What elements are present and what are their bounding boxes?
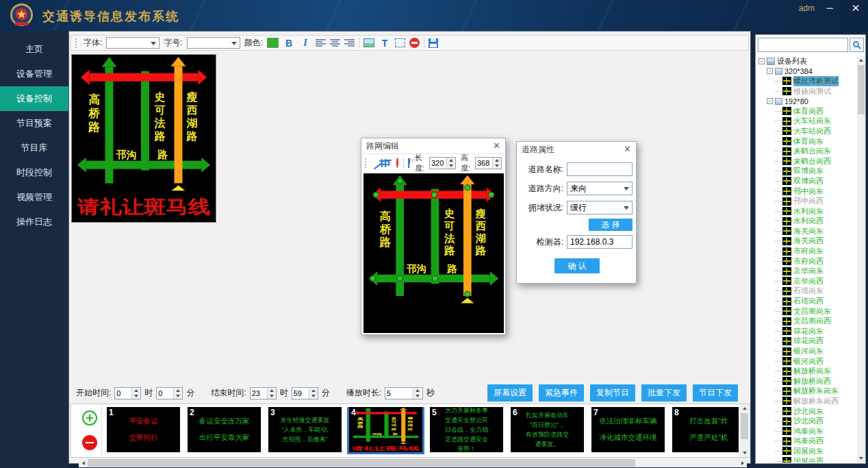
text-tool-icon[interactable]: T — [386, 158, 392, 168]
step-down-icon[interactable] — [309, 393, 318, 399]
device-tree-item[interactable]: 水利岗东 — [757, 206, 856, 217]
step-up-icon[interactable] — [174, 388, 182, 393]
font-family-select[interactable] — [106, 37, 159, 49]
length-input[interactable] — [430, 158, 446, 169]
duration-input[interactable] — [385, 388, 413, 399]
tree-group[interactable]: -192*80 — [757, 96, 856, 106]
collapse-icon[interactable]: - — [767, 98, 773, 104]
device-tree-item[interactable]: 鸿泰岗东 — [757, 426, 856, 436]
road-network-edit-canvas[interactable]: 高桥路史可法路瘦西湖路邗沟路 — [363, 173, 504, 333]
device-tree-item[interactable]: 邗中岗西 — [757, 196, 856, 206]
marquee-tool-icon[interactable] — [395, 38, 405, 47]
road-tool-icon[interactable] — [379, 158, 381, 168]
start-hour-input[interactable] — [115, 388, 131, 399]
delete-icon[interactable] — [409, 38, 420, 48]
device-tree-item[interactable]: 石塔岗西 — [757, 296, 856, 306]
save-icon[interactable] — [429, 38, 438, 48]
action-button[interactable]: 紧急事件 — [539, 384, 584, 402]
select-detector-button[interactable]: 选 择 — [589, 219, 633, 231]
step-down-icon[interactable] — [493, 163, 501, 169]
device-tree-item[interactable]: 体育岗西 — [757, 106, 856, 116]
align-left-icon[interactable] — [316, 38, 326, 47]
end-minute-input[interactable] — [292, 388, 309, 399]
step-up-icon[interactable] — [132, 388, 140, 393]
device-tree-item[interactable]: 沙北岗西 — [757, 416, 856, 426]
device-tree-item[interactable]: 文昌阁岗东 — [757, 306, 856, 317]
device-tree-item[interactable]: 来鹤台岗西 — [757, 156, 856, 167]
tree-group[interactable]: -320*384 — [757, 66, 856, 77]
device-tree-item[interactable]: 市府岗西 — [757, 256, 856, 267]
collapse-icon[interactable]: - — [758, 58, 765, 64]
scroll-up-icon[interactable] — [857, 56, 865, 64]
font-size-select[interactable] — [187, 37, 240, 49]
step-up-icon[interactable] — [447, 158, 455, 163]
action-button[interactable]: 复制节目 — [590, 384, 635, 402]
program-thumbnail[interactable]: 6扎实开展电动车“百日整治”，有效预防道路交通事故。 — [511, 407, 584, 452]
scrollbar-thumb[interactable] — [858, 65, 865, 114]
step-down-icon[interactable] — [413, 393, 422, 399]
device-tree-item[interactable]: 文昌阁岗西 — [757, 316, 856, 326]
scroll-left-icon[interactable] — [79, 458, 88, 467]
strip-horizontal-scrollbar[interactable] — [79, 458, 747, 467]
device-tree-item[interactable]: 银河岗西 — [757, 356, 856, 367]
step-down-icon[interactable] — [174, 393, 182, 399]
device-tree-item[interactable]: 火车站岗西 — [757, 126, 856, 136]
save-icon[interactable] — [408, 158, 410, 168]
device-tree-item[interactable]: 国展岗东 — [757, 446, 856, 456]
program-thumbnail[interactable]: 8打击改装“炸严查严处“机 — [672, 407, 739, 452]
start-minute-input[interactable] — [157, 388, 173, 399]
device-tree-item[interactable]: 海关岗西 — [757, 236, 856, 247]
device-search-input[interactable] — [758, 38, 848, 52]
device-tree-item[interactable]: 解放桥岗西 — [757, 376, 856, 386]
action-button[interactable]: 屏幕设置 — [487, 384, 533, 402]
step-down-icon[interactable] — [132, 393, 140, 399]
close-button[interactable]: ✕ — [849, 1, 863, 15]
device-tree-item[interactable]: 国展岗西 — [757, 456, 856, 463]
align-right-icon[interactable] — [344, 38, 355, 47]
congestion-select[interactable]: 缓行 — [567, 201, 633, 214]
color-swatch[interactable] — [267, 38, 279, 48]
device-tree-item[interactable]: 邗中岗东 — [757, 186, 856, 197]
display-preview-canvas[interactable]: 高桥路史可法路瘦西湖路邗沟路请礼让斑马线 — [71, 54, 216, 223]
sidebar-item[interactable]: 时段控制 — [0, 160, 68, 185]
device-tree-item[interactable]: 双博岗东 — [757, 167, 856, 177]
scroll-down-icon[interactable] — [857, 454, 865, 463]
device-tree-item[interactable]: 京华岗东 — [757, 266, 856, 276]
close-icon[interactable]: ✕ — [624, 142, 631, 157]
close-icon[interactable]: ✕ — [493, 138, 500, 153]
align-center-icon[interactable] — [330, 38, 340, 47]
device-tree-item[interactable]: 沙北岗东 — [757, 406, 856, 417]
tree-root[interactable]: -设备列表 — [757, 56, 856, 66]
search-button[interactable] — [850, 38, 864, 52]
sidebar-item[interactable]: 操作日志 — [0, 210, 68, 234]
program-thumbnail[interactable]: 4高桥路史可法路瘦西湖路邗沟路请礼让斑马线 — [349, 407, 422, 452]
program-thumbnail[interactable]: 3发生轻微交通事故“人未伤，车能动,先拍照，后撤离” — [268, 407, 342, 452]
confirm-button[interactable]: 确 认 — [554, 258, 600, 273]
scrollbar-thumb[interactable] — [88, 459, 635, 467]
detector-field[interactable] — [567, 235, 633, 249]
device-tree-item[interactable]: 解放桥东岗东 — [757, 386, 856, 397]
sidebar-item[interactable]: 主页 — [0, 37, 68, 62]
remove-program-button[interactable] — [82, 435, 97, 450]
device-tree-item[interactable]: 来鹤台岗东 — [757, 146, 856, 156]
step-up-icon[interactable] — [268, 388, 276, 393]
tree-scrollbar[interactable] — [857, 56, 865, 463]
italic-button[interactable]: I — [299, 38, 311, 49]
sidebar-item[interactable]: 视频管理 — [0, 185, 68, 210]
step-down-icon[interactable] — [268, 393, 276, 399]
step-up-icon[interactable] — [309, 388, 318, 393]
device-tree-item[interactable]: 体育岗东 — [757, 136, 856, 147]
device-tree-item[interactable]: 琼花岗西 — [757, 336, 856, 347]
height-input[interactable] — [476, 158, 492, 169]
sidebar-item[interactable]: 节目库 — [0, 136, 68, 160]
device-tree-item[interactable]: 鸿泰岗西 — [757, 436, 856, 447]
device-tree-item[interactable]: 琼花岗东 — [757, 326, 856, 336]
action-button[interactable]: 批量下发 — [641, 384, 687, 402]
end-hour-input[interactable] — [251, 388, 267, 399]
device-tree-item[interactable]: 海关岗东 — [757, 226, 856, 236]
road-direction-select[interactable]: 来向 — [567, 182, 633, 195]
program-thumbnail[interactable]: 5大力开展秋冬季交通安全整治百日会战，全力稳定道路交通安全形势！ — [430, 407, 503, 452]
minimize-button[interactable]: ─ — [823, 1, 837, 15]
insert-image-icon[interactable] — [363, 38, 374, 47]
text-tool-icon[interactable]: T — [379, 38, 391, 49]
